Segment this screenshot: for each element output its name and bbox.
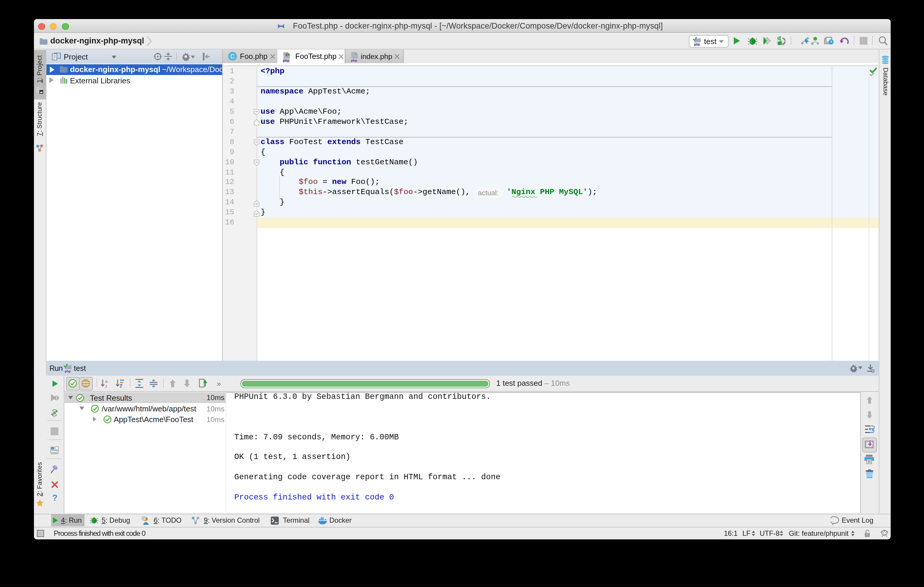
svg-text:T: T (866, 533, 868, 536)
svg-text:z: z (105, 383, 107, 388)
svg-text:php: php (694, 42, 700, 46)
svg-text:php: php (283, 58, 289, 62)
svg-text:php: php (64, 369, 71, 373)
svg-text:a: a (105, 378, 108, 383)
svg-text:php: php (351, 58, 357, 62)
